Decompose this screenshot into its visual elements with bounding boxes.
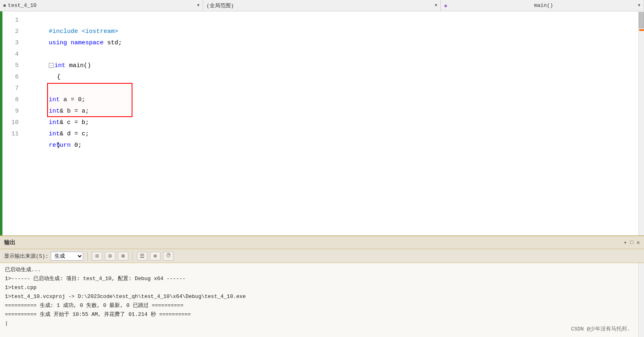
editor-area: 1 2 3 4 5 6 7 8 9 10 11 #include <iostre… [0, 11, 644, 235]
output-line: 1>test_4_10.vcxproj -> D:\2023code\test_… [5, 292, 633, 301]
toolbar-separator [87, 252, 88, 261]
output-scrollbar[interactable] [638, 263, 644, 337]
func-label: main() [534, 2, 553, 9]
line-number: 4 [2, 49, 19, 60]
output-cursor-line: | [5, 319, 633, 328]
line-number: 11 [2, 128, 19, 140]
file-label: test_4_10 [8, 2, 37, 9]
toolbar-align-right-btn[interactable]: ⊟ [105, 252, 115, 261]
file-icon: ■ [3, 3, 6, 8]
cube-icon: ◈ [444, 2, 447, 9]
code-line-2: using namespace std; [27, 26, 638, 37]
output-content[interactable]: 已启动生成... 1>------ 已启动生成: 项目: test_4_10, … [0, 263, 638, 337]
line-number: 8 [2, 94, 19, 106]
output-header-controls: ▾ □ ✕ [624, 239, 640, 246]
line-number: 6 [2, 72, 19, 83]
code-token: } [57, 142, 61, 149]
code-line-9: int& d = c; [27, 106, 638, 117]
func-dropdown-arrow: ▼ [638, 3, 640, 8]
scope-dropdown[interactable]: (全局范围) ▼ [203, 0, 441, 11]
toolbar-align-btn[interactable]: ⊟ [92, 252, 102, 261]
output-line: ========== 生成: 1 成功, 0 失败, 0 最新, 0 已跳过 =… [5, 301, 633, 310]
output-source-select[interactable]: 生成 [51, 252, 83, 261]
toolbar-list-btn[interactable]: ☰ [137, 252, 147, 261]
scrollbar-marker [639, 29, 644, 31]
output-line: 1>test.cpp [5, 283, 633, 292]
func-dropdown[interactable]: ◈ main() ▼ [441, 0, 644, 11]
output-header-left: 输出 [4, 239, 15, 246]
toolbar-align-right2-btn[interactable]: ⊞ [118, 252, 128, 261]
toolbar-search-btn[interactable]: ⊕ [150, 252, 160, 261]
minimize-button[interactable]: ▾ [624, 239, 627, 246]
code-line-5: { [27, 60, 638, 72]
line-number: 2 [2, 26, 19, 37]
close-button[interactable]: ✕ [637, 239, 640, 246]
line-number: 5 [2, 60, 19, 72]
line-number: 9 [2, 106, 19, 117]
output-content-wrap: 已启动生成... 1>------ 已启动生成: 项目: test_4_10, … [0, 263, 644, 337]
restore-button[interactable]: □ [630, 239, 633, 246]
toolbar-separator-2 [132, 252, 133, 261]
scope-label: (全局范围) [206, 2, 234, 9]
line-numbers: 1 2 3 4 5 6 7 8 9 10 11 [2, 11, 23, 235]
toolbar-clock-btn[interactable]: ⏱ [163, 252, 173, 261]
editor-scrollbar[interactable] [638, 11, 644, 235]
output-line: 1>------ 已启动生成: 项目: test_4_10, 配置: Debug… [5, 274, 633, 283]
line-number: 1 [2, 15, 19, 26]
code-token: 0; [74, 142, 82, 149]
scope-dropdown-arrow: ▼ [435, 3, 437, 8]
code-line-3 [27, 37, 638, 49]
output-toolbar: 显示输出来源(S): 生成 ⊟ ⊟ ⊞ ☰ ⊕ ⏱ [0, 249, 644, 263]
output-source-label: 显示输出来源(S): [4, 252, 48, 260]
output-line: ========== 生成 开始于 10:55 AM, 并花费了 01.214 … [5, 310, 633, 319]
code-editor[interactable]: #include <iostream> using namespace std;… [23, 11, 638, 235]
output-panel-header: 输出 ▾ □ ✕ [0, 236, 644, 249]
output-line: 已启动生成... [5, 265, 633, 274]
scrollbar-thumb [639, 12, 644, 28]
code-line-4: -int main() [27, 49, 638, 60]
branding-text: CSDN @少年没有马托邦. [571, 325, 630, 334]
code-line-7: int& b = a; [27, 83, 638, 94]
line-number: 3 [2, 37, 19, 49]
top-bar: ■ test_4_10 ▼ (全局范围) ▼ ◈ main() ▼ [0, 0, 644, 11]
code-line-10: return 0; [27, 117, 638, 128]
file-dropdown-arrow: ▼ [197, 3, 199, 8]
code-line-1: #include <iostream> [27, 15, 638, 26]
output-panel-title: 输出 [4, 239, 15, 246]
output-panel: 输出 ▾ □ ✕ 显示输出来源(S): 生成 ⊟ ⊟ ⊞ ☰ ⊕ ⏱ 已启动生成… [0, 235, 644, 337]
line-number: 7 [2, 83, 19, 94]
code-line-6: int a = 0; [27, 72, 638, 83]
file-dropdown[interactable]: ■ test_4_10 ▼ [0, 0, 203, 11]
line-number: 10 [2, 117, 19, 128]
code-line-11: } [27, 128, 638, 140]
code-line-8: int& c = b; [27, 94, 638, 106]
